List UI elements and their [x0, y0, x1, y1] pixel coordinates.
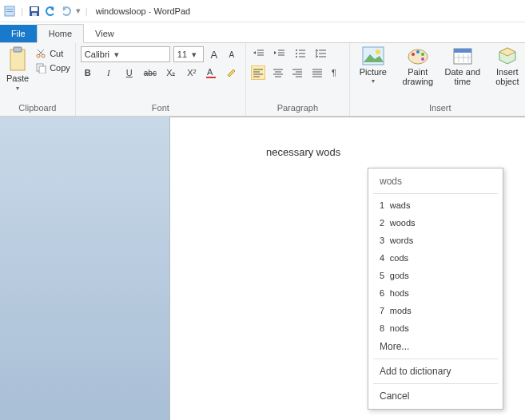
paragraph-dialog-button[interactable]: ¶	[329, 65, 344, 80]
svg-point-54	[421, 57, 424, 61]
strikethrough-button[interactable]: abc	[143, 69, 157, 77]
save-icon[interactable]	[28, 5, 41, 18]
qat-separator-2: |	[86, 6, 88, 16]
title-bar: | ▾ | windowsloop - WordPad	[0, 0, 525, 22]
tab-home[interactable]: Home	[37, 24, 84, 43]
justify-button[interactable]	[310, 65, 325, 80]
svg-rect-1	[6, 9, 13, 10]
context-sep	[373, 193, 498, 194]
group-paragraph: ¶ Paragraph	[246, 43, 350, 116]
chevron-down-icon: ▾	[114, 50, 119, 60]
redo-icon[interactable]	[60, 5, 73, 18]
subscript-button[interactable]: X₂	[164, 68, 178, 78]
align-left-button[interactable]	[251, 65, 266, 80]
font-size-combo[interactable]: 11▾	[173, 46, 204, 62]
svg-point-49	[376, 50, 380, 54]
qat-dropdown-icon[interactable]: ▾	[76, 6, 81, 16]
font-name-value: Calibri	[85, 50, 109, 59]
picture-icon	[362, 46, 384, 65]
insert-paint-button[interactable]: Paint drawing	[400, 46, 436, 86]
decrease-indent-button[interactable]	[251, 46, 267, 61]
line-spacing-button[interactable]	[313, 46, 329, 61]
object-icon	[496, 46, 519, 65]
svg-point-24	[296, 53, 297, 54]
ribbon: Paste ▾ Cut Copy Clipboard Calibri▾ 11▾ …	[0, 43, 525, 117]
chevron-down-icon: ▾	[372, 78, 375, 85]
insert-date-button[interactable]: Date and time	[444, 46, 481, 86]
underline-button[interactable]: U	[122, 68, 137, 77]
superscript-button[interactable]: X²	[185, 68, 199, 77]
context-more[interactable]: More...	[368, 337, 503, 356]
picture-label: Picture	[360, 67, 387, 77]
suggestion-4[interactable]: 4 cods	[368, 249, 503, 267]
context-cancel[interactable]: Cancel	[368, 386, 503, 406]
group-font-label: Font	[81, 101, 241, 114]
paste-label: Paste	[6, 73, 29, 83]
italic-button[interactable]: I	[101, 68, 116, 77]
suggestion-6[interactable]: 6 hods	[368, 284, 503, 302]
date-label: Date and time	[444, 67, 481, 86]
svg-rect-4	[31, 7, 38, 11]
svg-rect-7	[14, 47, 22, 52]
bullets-button[interactable]	[292, 46, 308, 61]
context-title: wods	[368, 172, 503, 191]
align-right-button[interactable]	[290, 65, 305, 80]
group-insert-label: Insert	[355, 101, 525, 114]
svg-point-22	[296, 50, 297, 51]
scissors-icon	[35, 48, 46, 59]
suggestion-3[interactable]: 3 words	[368, 232, 503, 249]
group-insert: Picture ▾ Paint drawing Date and time In…	[350, 43, 525, 116]
shrink-font-button[interactable]: A	[225, 50, 239, 59]
paste-button[interactable]: Paste ▾	[5, 46, 30, 92]
grow-font-button[interactable]: A	[207, 49, 221, 61]
context-add-dictionary[interactable]: Add to dictionary	[368, 362, 503, 381]
calendar-icon	[451, 46, 474, 65]
text-color-button[interactable]: A	[205, 67, 220, 78]
highlight-button[interactable]	[226, 67, 241, 78]
copy-icon	[35, 62, 46, 73]
tab-file[interactable]: File	[0, 25, 37, 42]
ribbon-tabs: File Home View	[0, 22, 525, 43]
app-icon	[3, 5, 16, 18]
svg-rect-15	[206, 77, 216, 78]
clipboard-icon	[7, 46, 28, 72]
suggestion-1[interactable]: 1 wads	[368, 196, 503, 214]
svg-point-51	[412, 53, 415, 56]
svg-point-26	[296, 56, 297, 57]
spellcheck-context-menu: wods 1 wads 2 woods 3 words 4 cods 5 god…	[368, 168, 503, 410]
tab-view[interactable]: View	[84, 25, 125, 42]
qat-separator: |	[21, 6, 23, 16]
cut-label: Cut	[50, 49, 63, 58]
svg-text:¶: ¶	[332, 68, 336, 77]
window-title: windowsloop - WordPad	[96, 6, 190, 16]
suggestion-2[interactable]: 2 woods	[368, 214, 503, 232]
undo-icon[interactable]	[44, 5, 57, 18]
insert-picture-button[interactable]: Picture ▾	[355, 46, 392, 85]
copy-button[interactable]: Copy	[35, 62, 70, 73]
font-name-combo[interactable]: Calibri▾	[81, 46, 170, 62]
suggestion-7[interactable]: 7 mods	[368, 302, 503, 319]
group-font: Calibri▾ 11▾ A A B I U abc X₂ X² A Font	[76, 43, 246, 116]
paint-label: Paint drawing	[400, 67, 436, 86]
suggestion-5[interactable]: 5 gods	[368, 267, 503, 284]
group-paragraph-label: Paragraph	[251, 101, 344, 114]
svg-point-52	[416, 50, 420, 53]
palette-icon	[407, 46, 429, 65]
align-center-button[interactable]	[270, 65, 285, 80]
font-size-value: 11	[177, 50, 187, 59]
group-clipboard-label: Clipboard	[5, 101, 70, 114]
chevron-down-icon: ▾	[16, 85, 19, 92]
svg-point-53	[421, 53, 424, 56]
copy-label: Copy	[50, 63, 70, 73]
svg-rect-5	[32, 13, 37, 16]
bold-button[interactable]: B	[81, 68, 95, 77]
svg-text:A: A	[207, 67, 213, 77]
cut-button[interactable]: Cut	[35, 48, 70, 59]
document-text[interactable]: necessary wods	[266, 146, 340, 158]
suggestion-8[interactable]: 8 nods	[368, 319, 503, 337]
insert-object-button[interactable]: Insert object	[489, 46, 525, 86]
context-sep	[373, 383, 498, 384]
context-sep	[373, 359, 498, 359]
increase-indent-button[interactable]	[272, 46, 288, 61]
svg-rect-6	[10, 50, 25, 70]
